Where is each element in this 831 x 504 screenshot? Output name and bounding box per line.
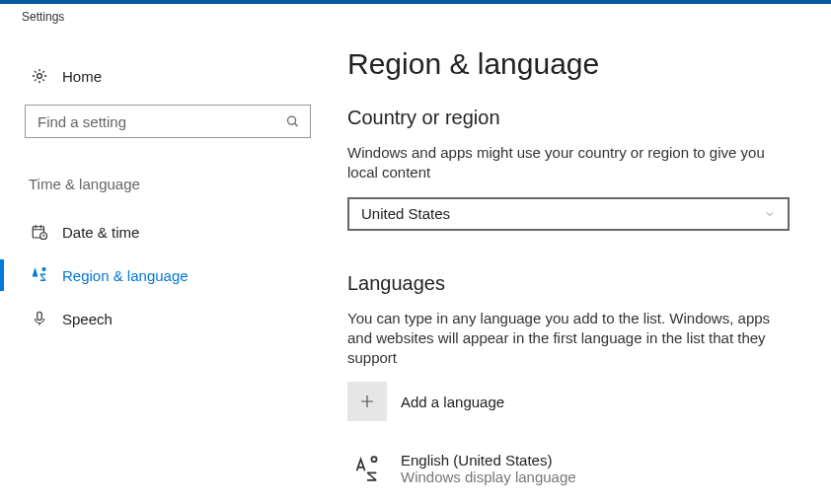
content: Home Time & language Date & time	[0, 30, 831, 504]
search-icon	[285, 114, 300, 129]
sidebar-item-label: Speech	[62, 311, 113, 327]
svg-point-6	[371, 457, 376, 462]
sidebar-item-region-language[interactable]: Region & language	[25, 253, 311, 297]
titlebar: Settings	[0, 0, 831, 30]
sidebar: Home Time & language Date & time	[0, 30, 336, 504]
search-input[interactable]	[26, 106, 310, 137]
add-language-label: Add a language	[401, 394, 504, 410]
calendar-clock-icon	[31, 223, 48, 241]
country-section-desc: Windows and apps might use your country …	[347, 143, 782, 183]
add-language-button[interactable]: Add a language	[347, 382, 792, 421]
svg-point-1	[288, 116, 296, 124]
home-button[interactable]: Home	[31, 67, 311, 85]
svg-point-0	[38, 74, 42, 79]
language-az-icon	[347, 449, 387, 488]
sidebar-category: Time & language	[29, 176, 311, 192]
svg-point-4	[42, 268, 45, 271]
sidebar-item-label: Date & time	[62, 224, 139, 241]
language-list-item[interactable]: English (United States) Windows display …	[347, 449, 792, 488]
home-label: Home	[62, 68, 102, 85]
search-input-wrap[interactable]	[25, 105, 311, 138]
chevron-down-icon	[764, 208, 776, 220]
language-subtitle: Windows display language	[401, 468, 576, 485]
language-name: English (United States)	[401, 452, 576, 468]
svg-rect-5	[38, 312, 42, 320]
sidebar-item-date-time[interactable]: Date & time	[25, 210, 311, 253]
page-title: Region & language	[347, 47, 792, 81]
window-title: Settings	[22, 10, 64, 24]
sidebar-item-label: Region & language	[62, 267, 189, 284]
sidebar-item-speech[interactable]: Speech	[25, 297, 311, 340]
microphone-icon	[31, 310, 48, 327]
language-az-icon	[31, 266, 48, 284]
language-text-group: English (United States) Windows display …	[401, 452, 576, 485]
plus-icon	[347, 382, 387, 421]
languages-section-desc: You can type in any language you add to …	[347, 309, 782, 369]
languages-section-title: Languages	[347, 272, 792, 295]
main-panel: Region & language Country or region Wind…	[336, 30, 831, 504]
gear-icon	[31, 67, 48, 85]
country-selected-value: United States	[361, 205, 450, 222]
country-section-title: Country or region	[347, 107, 792, 129]
country-combobox[interactable]: United States	[347, 197, 790, 231]
